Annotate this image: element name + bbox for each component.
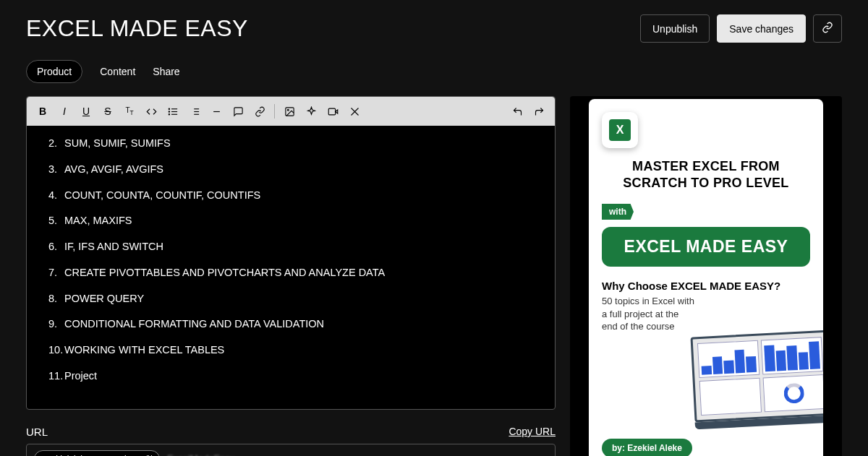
italic-button[interactable]: I: [54, 101, 75, 121]
editor-body[interactable]: SUM, SUMIF, SUMIFS AVG, AVGIF, AVGIFS CO…: [27, 126, 555, 409]
list-item: CREATE PIVOTTABLES AND PIVOTCHARTS AND A…: [40, 265, 542, 281]
why-line: a full project at the: [602, 309, 678, 319]
redo-button[interactable]: [529, 101, 549, 121]
strike-button[interactable]: S: [98, 101, 118, 121]
why-line: end of the course: [602, 321, 674, 332]
svg-point-3: [169, 108, 169, 109]
copy-url-link[interactable]: Copy URL: [509, 426, 556, 437]
sparkle-button[interactable]: [301, 101, 321, 121]
video-button[interactable]: [323, 101, 343, 121]
list-item: AVG, AVGIF, AVGIFS: [40, 162, 542, 178]
tab-product[interactable]: Product: [26, 60, 82, 83]
undo-button[interactable]: [507, 101, 527, 121]
list-item: SUM, SUMIF, SUMIFS: [40, 136, 542, 152]
link-button[interactable]: [250, 101, 270, 121]
url-field[interactable]: ezekielaleke.gumroad.com/l/ ExcelMadeEas…: [26, 444, 556, 457]
list-item: COUNT, COUNTA, COUNTIF, COUNTIFS: [40, 188, 542, 204]
list-item: IF, IFS AND SWITCH: [40, 239, 542, 255]
quote-button[interactable]: [228, 101, 248, 121]
image-button[interactable]: [279, 101, 299, 121]
save-button[interactable]: Save changes: [717, 14, 806, 43]
bullet-list-button[interactable]: [163, 101, 183, 121]
editor-toolbar: B I U S TT: [27, 97, 555, 126]
page-title: EXCEL MADE EASY: [26, 15, 248, 42]
list-item: Project: [40, 369, 542, 384]
svg-point-4: [169, 111, 169, 111]
unpublish-button[interactable]: Unpublish: [640, 14, 710, 43]
ordered-list-button[interactable]: [184, 101, 205, 121]
with-tag: with: [602, 204, 634, 220]
author-pill: by: Ezekiel Aleke: [602, 439, 692, 456]
list-item: MAX, MAXIFS: [40, 213, 542, 229]
link-icon: [822, 22, 833, 33]
list-item: WORKING WITH EXCEL TABLES: [40, 343, 542, 358]
heading-button[interactable]: TT: [119, 101, 140, 121]
why-body: 50 topics in Excel with a full project a…: [602, 295, 810, 333]
svg-rect-12: [328, 108, 335, 115]
editor: B I U S TT: [26, 96, 556, 410]
list-item: POWER QUERY: [40, 291, 542, 307]
excel-icon: X: [602, 112, 638, 148]
excel-icon-letter: X: [609, 119, 631, 141]
list-item: CONDITIONAL FORMATTING AND DATA VALIDATI…: [40, 317, 542, 332]
laptop-graphic: [690, 330, 823, 439]
url-domain-pill: ezekielaleke.gumroad.com/l/: [34, 450, 160, 457]
x-embed-button[interactable]: [344, 101, 365, 121]
cover-image: X MASTER EXCEL FROM SCRATCH TO PRO LEVEL…: [589, 99, 823, 456]
tab-share[interactable]: Share: [153, 66, 179, 77]
code-button[interactable]: [141, 101, 161, 121]
header-actions: Unpublish Save changes: [640, 14, 842, 43]
why-line: 50 topics in Excel with: [602, 296, 694, 306]
tab-content[interactable]: Content: [100, 66, 135, 77]
toolbar-divider: [274, 104, 275, 119]
svg-point-11: [287, 109, 289, 111]
why-title: Why Choose EXCEL MADE EASY?: [602, 280, 810, 292]
bold-button[interactable]: B: [33, 101, 53, 121]
preview-panel: X MASTER EXCEL FROM SCRATCH TO PRO LEVEL…: [570, 96, 842, 456]
url-slug: ExcelMadeEasy: [167, 453, 234, 456]
hr-button[interactable]: [206, 101, 226, 121]
svg-point-5: [169, 113, 169, 114]
cover-heading: MASTER EXCEL FROM SCRATCH TO PRO LEVEL: [602, 158, 810, 191]
url-label: URL: [26, 426, 48, 438]
title-badge: EXCEL MADE EASY: [602, 227, 810, 267]
underline-button[interactable]: U: [76, 101, 96, 121]
share-link-button[interactable]: [813, 14, 842, 43]
tabs: Product Content Share: [0, 50, 868, 96]
